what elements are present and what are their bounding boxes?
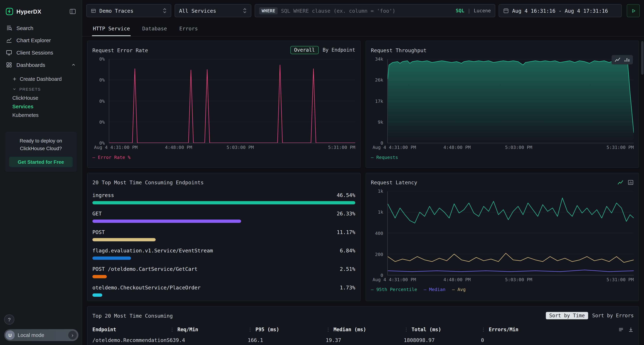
tab-http-service[interactable]: HTTP Service	[92, 21, 131, 36]
x-tick-label: 4:48:00 PM	[444, 277, 471, 283]
y-tick-label: 17k	[375, 98, 383, 104]
x-tick-label: 5:03:00 PM	[505, 277, 532, 283]
preset-item-kubernetes[interactable]: Kubernetes	[0, 111, 82, 119]
histogram-icon[interactable]	[628, 179, 634, 185]
data-source-value: Demo Traces	[100, 7, 134, 13]
select-chevrons-icon	[243, 7, 247, 14]
presets-toggle[interactable]: PRESETS	[0, 84, 82, 94]
tab-errors[interactable]: Errors	[178, 21, 199, 36]
endpoint-row[interactable]: oteldemo.CheckoutService/PlaceOrder1.73%	[92, 284, 355, 297]
help-button[interactable]: ?	[4, 315, 14, 325]
sidebar-item-chart-explorer[interactable]: Chart Explorer	[0, 34, 82, 46]
toggle-by-endpoint[interactable]: By Endpoint	[322, 47, 355, 53]
table-row[interactable]: /oteldemo.RecommendationServ639.4166.119…	[92, 337, 634, 343]
chart-legend: — 95th Percentile— Median— Avg	[371, 287, 634, 292]
sidebar-item-dashboards[interactable]: Dashboards	[0, 59, 82, 71]
legend-item-median: — Median	[424, 287, 446, 292]
x-tick-label: Aug 4 4:31:00 PM	[372, 145, 416, 150]
toggle-overall[interactable]: Overall	[290, 46, 318, 54]
service-select[interactable]: All Services	[174, 4, 251, 17]
data-source-select[interactable]: Demo Traces	[86, 4, 171, 17]
x-axis: Aug 4 4:31:00 PM4:48:00 PM5:03:00 PM5:31…	[387, 277, 634, 283]
scrollbar-thumb[interactable]	[641, 41, 644, 75]
legend-item-error-rate: — Error Rate %	[92, 155, 130, 160]
preset-list: ClickHouseServicesKubernetes	[0, 93, 82, 119]
card-title: Request Latency	[371, 179, 417, 185]
sort-by-time-button[interactable]: Sort by Time	[546, 312, 588, 319]
client-sessions-icon	[6, 49, 12, 56]
x-tick-label: 5:31:00 PM	[606, 145, 634, 150]
play-icon	[630, 8, 636, 13]
lucene-language-toggle[interactable]: Lucene	[474, 8, 491, 13]
chart-type-toolbar	[612, 55, 633, 64]
run-query-button[interactable]	[627, 4, 640, 17]
y-tick-label: 400	[375, 231, 383, 236]
chevron-up-icon	[71, 62, 76, 67]
throughput-chart: 34k26k17k9k0 Aug 4 4:31:00 PM4:48:00 PM5…	[371, 59, 634, 151]
line-chart-icon[interactable]	[617, 179, 624, 185]
chart-legend: — Error Rate %	[92, 155, 355, 160]
promo-text-line2: ClickHouse Cloud?	[9, 145, 73, 152]
dashboards-subtree: Create Dashboard PRESETS ClickHouseServi…	[0, 71, 82, 119]
column-header-endpoint[interactable]: Endpoint	[92, 327, 170, 333]
endpoint-label: oteldemo.CheckoutService/PlaceOrder	[92, 284, 201, 291]
x-tick-label: 5:03:00 PM	[505, 145, 532, 150]
service-select-value: All Services	[179, 7, 216, 13]
table-cell: 166.1	[248, 337, 326, 343]
get-started-button[interactable]: Get Started for Free	[9, 157, 73, 167]
card-top-endpoints: 20 Top Most Time Consuming Endpoints ing…	[87, 173, 361, 301]
preset-item-clickhouse[interactable]: ClickHouse	[0, 93, 82, 102]
card-top-time-consuming-table: Top 20 Most Time Consuming Sort by Time …	[87, 306, 639, 345]
endpoint-row[interactable]: POST11.17%	[92, 229, 355, 241]
chevron-down-icon	[12, 87, 16, 91]
bar-chart-icon[interactable]	[624, 57, 630, 63]
language-divider: |	[468, 8, 470, 13]
tab-database[interactable]: Database	[142, 21, 168, 36]
x-tick-label: 4:48:00 PM	[444, 145, 471, 150]
endpoint-bar	[92, 238, 156, 241]
plot-area	[109, 59, 355, 143]
download-icon[interactable]	[628, 327, 634, 333]
column-drag-handle-icon: ⋮	[326, 327, 331, 333]
table-toolbar	[618, 327, 634, 333]
x-tick-label: 5:31:00 PM	[606, 277, 634, 283]
chevron-right-icon: ›	[68, 331, 77, 340]
preset-item-services[interactable]: Services	[0, 102, 82, 111]
user-menu[interactable]: U Local mode ›	[4, 329, 78, 341]
endpoint-row[interactable]: GET26.33%	[92, 211, 355, 223]
y-tick-label: 1k	[378, 210, 383, 215]
column-header-req-min[interactable]: ⋮Req/Min	[170, 327, 248, 333]
y-tick-label: 34k	[375, 56, 383, 62]
hyperdx-logo-icon	[6, 8, 13, 15]
sidebar-collapse-icon[interactable]	[70, 8, 76, 15]
endpoint-row[interactable]: ingress46.54%	[92, 192, 355, 204]
rows-icon[interactable]	[618, 327, 624, 333]
sidebar-item-search[interactable]: Search	[0, 22, 82, 34]
endpoint-row[interactable]: POST /oteldemo.CartService/GetCart2.51%	[92, 266, 355, 278]
table-icon	[91, 8, 96, 13]
endpoint-value: 6.84%	[340, 247, 355, 254]
date-range-picker[interactable]: Aug 4 16:31:16 - Aug 4 17:31:16	[498, 4, 622, 17]
column-header-errors-min[interactable]: ⋮Errors/Min	[481, 327, 547, 333]
where-clause-input[interactable]	[281, 7, 452, 13]
clickhouse-cloud-promo: Ready to deploy on ClickHouse Cloud? Get…	[5, 132, 77, 172]
card-request-error-rate: Request Error Rate Overall By Endpoint 0…	[87, 40, 361, 168]
endpoint-value: 11.17%	[337, 229, 355, 235]
line-chart-icon[interactable]	[614, 57, 620, 63]
sidebar-nav: SearchChart ExplorerClient SessionsDashb…	[0, 22, 82, 71]
x-axis: Aug 4 4:31:00 PM4:48:00 PM5:03:00 PM5:31…	[109, 145, 355, 151]
sidebar-item-client-sessions[interactable]: Client Sessions	[0, 46, 82, 59]
select-chevrons-icon	[162, 7, 167, 14]
y-axis: 34k26k17k9k0	[371, 59, 385, 143]
table-cell: 19.37	[326, 337, 404, 343]
create-dashboard-button[interactable]: Create Dashboard	[0, 73, 82, 84]
endpoint-row[interactable]: flagd.evaluation.v1.Service/EventStream6…	[92, 247, 355, 260]
x-tick-label: Aug 4 4:31:00 PM	[94, 145, 138, 150]
sql-language-toggle[interactable]: SQL	[456, 8, 464, 13]
column-header-median-ms[interactable]: ⋮Median (ms)	[326, 327, 404, 333]
column-header-total-ms[interactable]: ⋮Total (ms)	[404, 327, 481, 333]
endpoint-label: flagd.evaluation.v1.Service/EventStream	[92, 247, 213, 254]
sort-by-errors-button[interactable]: Sort by Errors	[592, 313, 634, 318]
dashboard-grid: Request Error Rate Overall By Endpoint 0…	[82, 36, 644, 345]
column-header-p95-ms[interactable]: ⋮P95 (ms)	[248, 327, 326, 333]
